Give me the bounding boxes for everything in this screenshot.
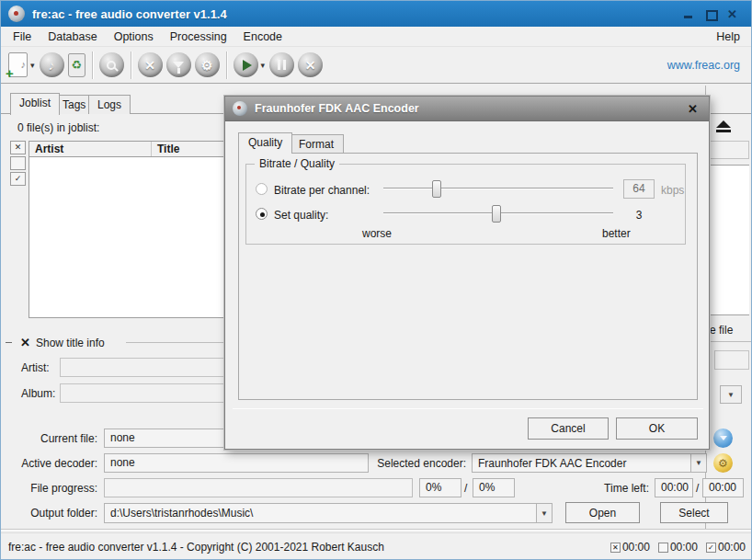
- chevron-down-icon[interactable]: ▼: [690, 454, 706, 472]
- dialog-title-bar: Fraunhofer FDK AAC Encoder ✕: [225, 97, 709, 121]
- funnel-glyph: [720, 436, 727, 440]
- menu-bar: File Database Options Processing Encode …: [1, 27, 752, 47]
- quality-slider[interactable]: [383, 205, 613, 223]
- file-progress-bar: [104, 478, 413, 497]
- divider-slash: /: [696, 482, 699, 495]
- start-encoding-icon[interactable]: [234, 52, 258, 77]
- active-decoder-value: none: [104, 453, 369, 473]
- file-progress-label: File progress:: [1, 482, 97, 495]
- title-bar: fre:ac - free audio converter v1.1.4 ✕: [1, 1, 752, 27]
- encoder-settings-icon[interactable]: ⚙: [713, 453, 733, 473]
- tab-joblist[interactable]: Joblist: [10, 93, 60, 115]
- scale-better-label: better: [602, 227, 631, 240]
- close-icon[interactable]: ✕: [727, 9, 738, 19]
- bitrate-slider-thumb[interactable]: [432, 180, 441, 198]
- add-files-icon[interactable]: + ♪: [8, 52, 28, 77]
- timer-value: 00:00: [622, 541, 650, 554]
- dialog-tab-quality[interactable]: Quality: [238, 132, 292, 154]
- menu-help[interactable]: Help: [707, 28, 749, 46]
- menu-processing[interactable]: Processing: [162, 28, 235, 46]
- status-bar: fre:ac - free audio converter v1.1.4 - C…: [1, 532, 752, 560]
- total-percent-value: 0%: [473, 478, 515, 497]
- toolbar-separator: [226, 51, 227, 79]
- tab-logs[interactable]: Logs: [88, 95, 131, 114]
- stop-icon[interactable]: ✕: [298, 52, 323, 77]
- encoder-config-dialog: Fraunhofer FDK AAC Encoder ✕ Quality For…: [224, 96, 710, 450]
- select-none-button[interactable]: [10, 156, 26, 170]
- current-file-label: Current file:: [1, 432, 97, 445]
- collapse-handle[interactable]: [6, 342, 12, 343]
- time-left-label: Time left:: [553, 482, 649, 495]
- statusbar-text: fre:ac - free audio converter v1.1.4 - C…: [8, 541, 384, 554]
- dialog-close-icon[interactable]: ✕: [684, 102, 701, 116]
- add-cd-icon[interactable]: ♪: [40, 52, 64, 77]
- timer-value: 00:00: [670, 541, 698, 554]
- ok-button[interactable]: OK: [616, 417, 698, 440]
- menu-database[interactable]: Database: [40, 28, 106, 46]
- track-list-fragment: [710, 165, 749, 315]
- output-folder-dropdown[interactable]: d:\Users\tristanrhodes\Music\ ▼: [104, 503, 553, 523]
- right-panel-rule: [707, 341, 752, 342]
- select-all-button[interactable]: ✕: [10, 141, 26, 154]
- quality-slider-thumb[interactable]: [492, 205, 501, 223]
- magnifier-glyph: [107, 61, 116, 70]
- menu-encode[interactable]: Encode: [235, 28, 291, 46]
- window-title: fre:ac - free audio converter v1.1.4: [32, 7, 227, 21]
- show-title-info-checkbox[interactable]: ✕: [20, 336, 30, 349]
- add-files-dropdown-icon[interactable]: ▾: [30, 61, 35, 70]
- maximize-icon[interactable]: [705, 9, 716, 19]
- dialog-title: Fraunhofer FDK AAC Encoder: [255, 102, 419, 115]
- pause-icon[interactable]: [269, 52, 294, 77]
- show-title-info-label[interactable]: Show title info: [36, 337, 105, 349]
- album-label: Album:: [21, 387, 55, 400]
- set-quality-radio[interactable]: [256, 208, 268, 220]
- settings-gear-icon[interactable]: ⚙: [195, 52, 220, 77]
- statusbar-timers: ✕00:00 00:00 ✓00:00: [610, 541, 746, 554]
- app-icon: [8, 6, 25, 22]
- dialog-tab-format[interactable]: Format: [289, 134, 344, 153]
- set-quality-label: Set quality:: [274, 209, 328, 222]
- app-window: fre:ac - free audio converter v1.1.4 ✕ F…: [0, 0, 752, 560]
- play-glyph: [243, 60, 252, 71]
- selected-encoder-dropdown[interactable]: Fraunhofer FDK AAC Encoder ▼: [472, 453, 707, 473]
- scale-worse-label: worse: [362, 227, 392, 240]
- processing-options-icon[interactable]: [713, 429, 733, 448]
- toggle-selection-button[interactable]: ✓: [10, 172, 26, 186]
- right-panel-field-fragment: [714, 350, 749, 370]
- bitrate-slider[interactable]: [383, 180, 613, 198]
- all-tracks-icon: ✓: [706, 543, 716, 553]
- quality-value: 3: [623, 209, 655, 222]
- note-glyph: ♪: [21, 59, 27, 70]
- cancel-button[interactable]: Cancel: [528, 417, 609, 440]
- minimize-icon[interactable]: [683, 9, 694, 19]
- artist-label: Artist:: [21, 361, 50, 374]
- remove-all-icon[interactable]: ♻: [68, 53, 85, 77]
- menu-options[interactable]: Options: [106, 28, 162, 46]
- column-artist[interactable]: Artist: [29, 142, 152, 156]
- timer-value: 00:00: [718, 541, 746, 554]
- joblist-count-label: 0 file(s) in joblist:: [17, 121, 99, 134]
- website-link[interactable]: www.freac.org: [667, 59, 747, 72]
- bitrate-value-field[interactable]: 64: [623, 179, 655, 199]
- select-button[interactable]: Select: [660, 502, 728, 523]
- processing-funnel-icon[interactable]: [166, 52, 191, 77]
- total-time-value: 00:00: [702, 478, 744, 497]
- configure-tools-icon[interactable]: ✕: [138, 52, 163, 77]
- dialog-app-icon: [233, 101, 247, 116]
- chevron-down-icon[interactable]: ▼: [720, 385, 742, 404]
- bitrate-radio[interactable]: [256, 183, 268, 195]
- eject-button[interactable]: [711, 115, 736, 137]
- funnel-glyph: [173, 62, 184, 68]
- toolbar-separator: [92, 51, 93, 79]
- pause-glyph: [278, 60, 286, 70]
- cddb-query-icon[interactable]: [99, 52, 124, 77]
- bitrate-label: Bitrate per channel:: [274, 184, 370, 197]
- selected-encoder-label: Selected encoder:: [369, 457, 466, 470]
- start-encoding-dropdown-icon[interactable]: ▾: [261, 61, 266, 70]
- menu-file[interactable]: File: [5, 28, 40, 46]
- toolbar: + ♪ ▾ ♪ ♻ ✕ ⚙ ▾ ✕ www.freac.org: [1, 47, 752, 84]
- open-button[interactable]: Open: [565, 502, 640, 523]
- joblist-select-column: ✕ ✓: [10, 141, 26, 186]
- active-decoder-label: Active decoder:: [1, 457, 97, 470]
- chevron-down-icon[interactable]: ▼: [536, 504, 552, 522]
